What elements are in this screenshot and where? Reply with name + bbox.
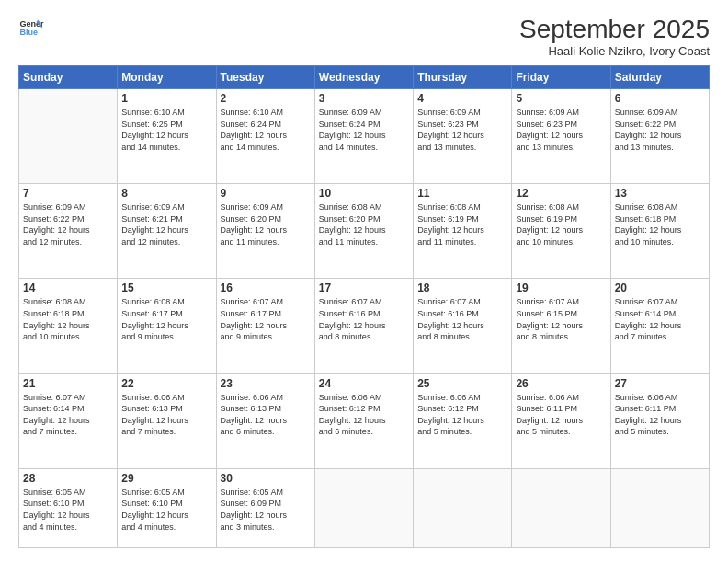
day-info: Sunrise: 6:09 AM Sunset: 6:23 PM Dayligh… <box>516 107 606 153</box>
table-row: 6Sunrise: 6:09 AM Sunset: 6:22 PM Daylig… <box>610 89 709 184</box>
table-row: 26Sunrise: 6:06 AM Sunset: 6:11 PM Dayli… <box>512 373 610 468</box>
table-row: 25Sunrise: 6:06 AM Sunset: 6:12 PM Dayli… <box>414 373 512 468</box>
day-number: 10 <box>319 187 409 200</box>
day-info: Sunrise: 6:10 AM Sunset: 6:25 PM Dayligh… <box>121 107 211 153</box>
day-number: 15 <box>121 282 211 294</box>
table-row: 4Sunrise: 6:09 AM Sunset: 6:23 PM Daylig… <box>414 89 512 184</box>
day-number: 9 <box>221 187 311 200</box>
svg-text:General: General <box>19 19 44 29</box>
day-info: Sunrise: 6:07 AM Sunset: 6:16 PM Dayligh… <box>319 296 409 342</box>
day-info: Sunrise: 6:08 AM Sunset: 6:18 PM Dayligh… <box>615 201 705 247</box>
table-row: 10Sunrise: 6:08 AM Sunset: 6:20 PM Dayli… <box>314 184 413 279</box>
week-row-0: 1Sunrise: 6:10 AM Sunset: 6:25 PM Daylig… <box>19 89 710 184</box>
table-row: 28Sunrise: 6:05 AM Sunset: 6:10 PM Dayli… <box>19 468 118 547</box>
table-row: 5Sunrise: 6:09 AM Sunset: 6:23 PM Daylig… <box>512 89 610 184</box>
day-info: Sunrise: 6:06 AM Sunset: 6:11 PM Dayligh… <box>516 392 606 438</box>
col-monday: Monday <box>118 66 216 89</box>
table-row <box>314 468 413 547</box>
day-number: 19 <box>516 282 606 294</box>
day-number: 25 <box>417 377 507 390</box>
table-row: 19Sunrise: 6:07 AM Sunset: 6:15 PM Dayli… <box>512 279 610 373</box>
day-number: 24 <box>319 377 409 390</box>
day-info: Sunrise: 6:07 AM Sunset: 6:14 PM Dayligh… <box>23 392 113 438</box>
day-number: 11 <box>417 187 507 200</box>
week-row-3: 21Sunrise: 6:07 AM Sunset: 6:14 PM Dayli… <box>19 373 710 468</box>
day-info: Sunrise: 6:08 AM Sunset: 6:19 PM Dayligh… <box>516 201 606 247</box>
day-number: 13 <box>615 187 705 200</box>
day-number: 16 <box>221 282 311 294</box>
calendar-table: Sunday Monday Tuesday Wednesday Thursday… <box>18 65 710 548</box>
table-row: 2Sunrise: 6:10 AM Sunset: 6:24 PM Daylig… <box>216 89 314 184</box>
table-row: 14Sunrise: 6:08 AM Sunset: 6:18 PM Dayli… <box>19 279 118 373</box>
day-number: 26 <box>516 377 606 390</box>
table-row: 20Sunrise: 6:07 AM Sunset: 6:14 PM Dayli… <box>610 279 709 373</box>
table-row: 3Sunrise: 6:09 AM Sunset: 6:24 PM Daylig… <box>314 89 413 184</box>
col-saturday: Saturday <box>610 66 709 89</box>
day-info: Sunrise: 6:07 AM Sunset: 6:17 PM Dayligh… <box>221 296 311 342</box>
table-row: 18Sunrise: 6:07 AM Sunset: 6:16 PM Dayli… <box>414 279 512 373</box>
day-info: Sunrise: 6:07 AM Sunset: 6:16 PM Dayligh… <box>417 296 507 342</box>
day-info: Sunrise: 6:06 AM Sunset: 6:12 PM Dayligh… <box>417 392 507 438</box>
table-row: 21Sunrise: 6:07 AM Sunset: 6:14 PM Dayli… <box>19 373 118 468</box>
day-info: Sunrise: 6:09 AM Sunset: 6:23 PM Dayligh… <box>417 107 507 153</box>
day-info: Sunrise: 6:06 AM Sunset: 6:12 PM Dayligh… <box>319 392 409 438</box>
table-row: 22Sunrise: 6:06 AM Sunset: 6:13 PM Dayli… <box>118 373 216 468</box>
day-number: 5 <box>516 92 606 105</box>
day-info: Sunrise: 6:07 AM Sunset: 6:14 PM Dayligh… <box>615 296 705 342</box>
day-info: Sunrise: 6:05 AM Sunset: 6:10 PM Dayligh… <box>23 487 113 533</box>
header: General Blue September 2025 Haali Kolie … <box>18 15 710 58</box>
day-number: 4 <box>417 92 507 105</box>
day-number: 20 <box>615 282 705 294</box>
logo: General Blue <box>18 15 44 40</box>
day-info: Sunrise: 6:06 AM Sunset: 6:13 PM Dayligh… <box>121 392 211 438</box>
col-tuesday: Tuesday <box>216 66 314 89</box>
day-number: 7 <box>23 187 113 200</box>
table-row: 15Sunrise: 6:08 AM Sunset: 6:17 PM Dayli… <box>118 279 216 373</box>
table-row: 30Sunrise: 6:05 AM Sunset: 6:09 PM Dayli… <box>216 468 314 547</box>
day-info: Sunrise: 6:08 AM Sunset: 6:19 PM Dayligh… <box>417 201 507 247</box>
day-number: 2 <box>221 92 311 105</box>
header-row: Sunday Monday Tuesday Wednesday Thursday… <box>19 66 710 89</box>
day-number: 12 <box>516 187 606 200</box>
day-info: Sunrise: 6:10 AM Sunset: 6:24 PM Dayligh… <box>221 107 311 153</box>
day-info: Sunrise: 6:08 AM Sunset: 6:18 PM Dayligh… <box>23 296 113 342</box>
table-row: 29Sunrise: 6:05 AM Sunset: 6:10 PM Dayli… <box>118 468 216 547</box>
day-number: 23 <box>221 377 311 390</box>
logo-icon: General Blue <box>18 15 44 40</box>
day-info: Sunrise: 6:09 AM Sunset: 6:22 PM Dayligh… <box>23 201 113 247</box>
day-number: 21 <box>23 377 113 390</box>
col-sunday: Sunday <box>19 66 118 89</box>
day-info: Sunrise: 6:09 AM Sunset: 6:22 PM Dayligh… <box>615 107 705 153</box>
table-row: 16Sunrise: 6:07 AM Sunset: 6:17 PM Dayli… <box>216 279 314 373</box>
day-number: 17 <box>319 282 409 294</box>
col-wednesday: Wednesday <box>314 66 413 89</box>
day-number: 3 <box>319 92 409 105</box>
col-friday: Friday <box>512 66 610 89</box>
day-number: 30 <box>221 472 311 485</box>
month-title: September 2025 <box>519 15 710 44</box>
subtitle: Haali Kolie Nzikro, Ivory Coast <box>519 44 710 58</box>
day-info: Sunrise: 6:06 AM Sunset: 6:11 PM Dayligh… <box>615 392 705 438</box>
table-row: 27Sunrise: 6:06 AM Sunset: 6:11 PM Dayli… <box>610 373 709 468</box>
table-row: 13Sunrise: 6:08 AM Sunset: 6:18 PM Dayli… <box>610 184 709 279</box>
svg-text:Blue: Blue <box>19 28 38 37</box>
day-number: 18 <box>417 282 507 294</box>
week-row-1: 7Sunrise: 6:09 AM Sunset: 6:22 PM Daylig… <box>19 184 710 279</box>
day-number: 28 <box>23 472 113 485</box>
table-row: 12Sunrise: 6:08 AM Sunset: 6:19 PM Dayli… <box>512 184 610 279</box>
day-info: Sunrise: 6:09 AM Sunset: 6:21 PM Dayligh… <box>121 201 211 247</box>
table-row: 7Sunrise: 6:09 AM Sunset: 6:22 PM Daylig… <box>19 184 118 279</box>
week-row-2: 14Sunrise: 6:08 AM Sunset: 6:18 PM Dayli… <box>19 279 710 373</box>
table-row: 9Sunrise: 6:09 AM Sunset: 6:20 PM Daylig… <box>216 184 314 279</box>
day-info: Sunrise: 6:06 AM Sunset: 6:13 PM Dayligh… <box>221 392 311 438</box>
table-row <box>414 468 512 547</box>
day-info: Sunrise: 6:05 AM Sunset: 6:10 PM Dayligh… <box>121 487 211 533</box>
col-thursday: Thursday <box>414 66 512 89</box>
table-row: 11Sunrise: 6:08 AM Sunset: 6:19 PM Dayli… <box>414 184 512 279</box>
day-number: 6 <box>615 92 705 105</box>
day-number: 1 <box>121 92 211 105</box>
table-row: 24Sunrise: 6:06 AM Sunset: 6:12 PM Dayli… <box>314 373 413 468</box>
title-block: September 2025 Haali Kolie Nzikro, Ivory… <box>519 15 710 58</box>
day-info: Sunrise: 6:09 AM Sunset: 6:20 PM Dayligh… <box>221 201 311 247</box>
day-number: 8 <box>121 187 211 200</box>
